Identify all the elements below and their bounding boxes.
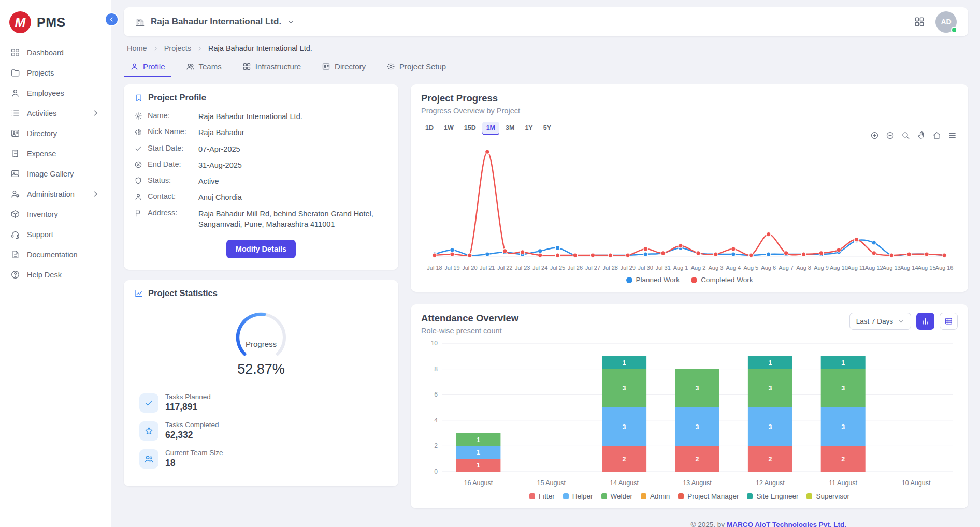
progress-chart-svg[interactable]: Jul 18Jul 19Jul 20Jul 21Jul 22Jul 23Jul … <box>421 136 958 275</box>
tab-label: Infrastructure <box>255 62 301 71</box>
legend-label: Fitter <box>539 492 555 500</box>
button-row: Modify Details <box>134 240 388 258</box>
legend-supervisor[interactable]: Supervisor <box>806 492 849 500</box>
sidebar-item-inventory[interactable]: Inventory <box>0 205 111 223</box>
legend-site-engineer[interactable]: Site Engineer <box>747 492 798 500</box>
svg-text:0: 0 <box>434 468 438 475</box>
tab-profile[interactable]: Profile <box>124 57 171 77</box>
tab-project-setup[interactable]: Project Setup <box>380 57 452 77</box>
range-button-1m[interactable]: 1M <box>482 122 499 134</box>
legend-admin[interactable]: Admin <box>641 492 670 500</box>
sidebar-item-documentation[interactable]: Documentation <box>0 245 111 264</box>
breadcrumb-projects[interactable]: Projects <box>164 44 191 52</box>
legend-label: Supervisor <box>816 492 849 500</box>
bar-view-toggle[interactable] <box>916 313 934 330</box>
legend-project-manager[interactable]: Project Manager <box>678 492 739 500</box>
sidebar-item-image-gallery[interactable]: Image Gallery <box>0 165 111 183</box>
range-button-15d[interactable]: 15D <box>460 122 480 134</box>
users-icon <box>186 62 195 71</box>
legend-label: Site Engineer <box>756 492 798 500</box>
zoom-out-icon[interactable] <box>886 131 895 140</box>
tab-label: Directory <box>335 62 366 71</box>
legend-helper[interactable]: Helper <box>563 492 593 500</box>
sidebar-item-dashboard[interactable]: Dashboard <box>0 43 111 62</box>
attendance-chart-svg[interactable]: 024681016 August11115 August14 August233… <box>421 337 958 491</box>
svg-text:2: 2 <box>623 456 626 463</box>
svg-text:1: 1 <box>477 462 480 469</box>
svg-text:15 August: 15 August <box>537 479 566 487</box>
file-text-icon <box>10 250 20 259</box>
sidebar-item-projects[interactable]: Projects <box>0 64 111 82</box>
line-legend: Planned Work Completed Work <box>421 276 958 284</box>
chevron-down-icon <box>898 318 904 325</box>
bookmark-icon <box>134 93 143 103</box>
field-value: 07-Apr-2025 <box>198 144 240 154</box>
tab-teams[interactable]: Teams <box>180 57 228 77</box>
range-button-1d[interactable]: 1D <box>421 122 438 134</box>
stat-label: Current Team Size <box>165 449 223 457</box>
chevron-right-icon <box>91 189 100 199</box>
content-area: Project Profile Name: Raja Bahadur Inter… <box>124 84 968 527</box>
tab-directory[interactable]: Directory <box>315 57 372 77</box>
company-link[interactable]: MARCO AIoT Technologies Pvt. Ltd. <box>727 521 846 527</box>
sidebar-item-label: Inventory <box>27 210 58 218</box>
legend-completed-work[interactable]: Completed Work <box>691 276 753 284</box>
profile-field-contact: Contact: Anuj Chordia <box>134 192 388 202</box>
legend-welder[interactable]: Welder <box>601 492 633 500</box>
svg-text:8: 8 <box>434 365 438 373</box>
range-button-5y[interactable]: 5Y <box>539 122 555 134</box>
svg-text:10: 10 <box>431 340 438 347</box>
right-column: Project Progress Progress Overview by Pr… <box>411 84 968 527</box>
sidebar-item-expense[interactable]: Expense <box>0 144 111 163</box>
apps-grid-icon[interactable] <box>914 16 925 27</box>
date-range-select[interactable]: Last 7 Days <box>849 313 911 330</box>
reset-zoom-icon[interactable] <box>932 131 941 140</box>
svg-text:3: 3 <box>841 385 845 392</box>
sidebar-item-label: Dashboard <box>27 49 64 57</box>
range-button-1w[interactable]: 1W <box>440 122 458 134</box>
field-label: Contact: <box>148 192 193 200</box>
breadcrumb-home[interactable]: Home <box>127 44 147 52</box>
field-value: Raja Bahadur Mill Rd, behind Sheraton Gr… <box>198 209 388 230</box>
svg-text:3: 3 <box>696 385 699 392</box>
sidebar-item-employees[interactable]: Employees <box>0 84 111 102</box>
zoom-in-icon[interactable] <box>870 131 879 140</box>
field-label: Start Date: <box>148 144 193 152</box>
project-progress-card: Project Progress Progress Overview by Pr… <box>411 84 968 292</box>
tab-infrastructure[interactable]: Infrastructure <box>236 57 307 77</box>
app-logo[interactable]: M PMS <box>0 5 111 43</box>
selection-zoom-icon[interactable] <box>901 131 910 140</box>
svg-text:1: 1 <box>768 359 772 367</box>
avatar[interactable]: AD <box>935 11 957 33</box>
svg-text:Jul 18: Jul 18 <box>427 265 442 271</box>
sidebar-item-help-desk[interactable]: Help Desk <box>0 266 111 284</box>
pan-icon[interactable] <box>917 131 926 140</box>
sidebar-collapse-button[interactable] <box>105 12 119 26</box>
range-button-3m[interactable]: 3M <box>501 122 518 134</box>
gauge-value: 52.87% <box>237 361 285 377</box>
user-icon <box>134 193 142 201</box>
progress-gauge: Progress 52.87% <box>134 311 388 377</box>
legend-fitter[interactable]: Fitter <box>529 492 555 500</box>
chart-subtitle: Role-wise present count <box>421 327 518 335</box>
company-selector[interactable]: Raja Bahadur International Ltd. <box>135 17 295 27</box>
svg-text:4: 4 <box>434 417 438 424</box>
chart-toolbar <box>870 131 957 140</box>
sidebar-menu: Dashboard Projects Employees Activities … <box>0 43 111 284</box>
stat-value: 117,891 <box>165 402 211 413</box>
sidebar-item-activities[interactable]: Activities <box>0 104 111 122</box>
check-icon <box>134 144 142 153</box>
sidebar-item-label: Activities <box>27 109 56 118</box>
chart-menu-icon[interactable] <box>948 131 957 140</box>
tab-label: Teams <box>199 62 222 71</box>
sidebar-item-directory[interactable]: Directory <box>0 124 111 142</box>
sidebar-item-administration[interactable]: Administration <box>0 185 111 203</box>
table-view-toggle[interactable] <box>940 313 958 330</box>
sidebar-item-support[interactable]: Support <box>0 225 111 243</box>
modify-details-button[interactable]: Modify Details <box>226 240 296 258</box>
legend-planned-work[interactable]: Planned Work <box>626 276 680 284</box>
range-button-1y[interactable]: 1Y <box>521 122 537 134</box>
svg-text:Jul 22: Jul 22 <box>497 265 512 271</box>
shield-icon <box>134 177 142 185</box>
stat-value: 18 <box>165 458 223 469</box>
